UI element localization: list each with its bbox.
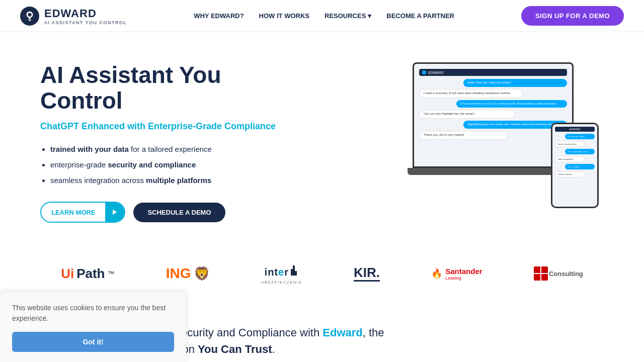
hero-image: EDWARD Hello, how can I help you today? … (413, 62, 604, 198)
hero-bullets: trained with your data for a tailored ex… (40, 144, 302, 186)
cookie-text: This website uses cookies to ensure you … (12, 303, 174, 324)
hero-ctas: LEARN MORE SCHEDULE A DEMO (40, 202, 302, 223)
phone-screen: EDWARD Hi! How can I help? Need a report… (552, 124, 597, 207)
logo-santander: 🔥 Santander Leasing (431, 267, 482, 281)
bullet-1: trained with your data for a tailored ex… (50, 144, 302, 154)
logo-kir: KIR. (354, 266, 380, 282)
hero-content: AI Assistant You Control ChatGPT Enhance… (40, 62, 302, 223)
logo-name: EDWARD (44, 7, 127, 20)
nav-link-partner[interactable]: BECOME A PARTNER (386, 12, 454, 20)
phone-mockup: EDWARD Hi! How can I help? Need a report… (551, 123, 599, 208)
svg-marker-2 (113, 210, 117, 215)
logo[interactable]: EDWARD AI ASSISTANT YOU CONTROL (20, 7, 127, 26)
svg-rect-4 (291, 269, 293, 276)
bullet-3: seamless integration across multiple pla… (50, 175, 302, 186)
inter-building-icon (289, 263, 299, 278)
learn-more-label: LEARN MORE (41, 204, 105, 221)
svg-rect-1 (29, 20, 31, 21)
laptop-mockup: EDWARD Hello, how can I help you today? … (413, 62, 599, 198)
schedule-demo-button[interactable]: SCHEDULE A DEMO (133, 203, 225, 222)
nav-link-why[interactable]: WHY EDWARD? (194, 12, 244, 20)
cookie-banner: This website uses cookies to ensure you … (0, 293, 186, 362)
svg-rect-5 (295, 271, 297, 276)
logo-si: Consulting (534, 266, 583, 281)
play-icon (105, 203, 124, 222)
learn-more-button[interactable]: LEARN MORE (40, 202, 125, 223)
nav-link-how[interactable]: HOW IT WORKS (259, 12, 309, 20)
logo-uipath: UiPath™ (61, 266, 114, 282)
nav-links: WHY EDWARD? HOW IT WORKS RESOURCES ▾ BEC… (194, 12, 454, 20)
laptop-screen-inner: EDWARD Hello, how can I help you today? … (414, 64, 572, 166)
svg-rect-3 (293, 265, 295, 276)
hero-subtitle-highlight: Enterprise-Grade Compliance (148, 121, 276, 131)
logo-sub: AI ASSISTANT YOU CONTROL (44, 20, 127, 25)
hero-section: AI Assistant You Control ChatGPT Enhance… (0, 32, 644, 243)
got-it-button[interactable]: Got it! (12, 332, 174, 352)
svg-rect-0 (28, 19, 31, 20)
hero-subtitle: ChatGPT Enhanced with Enterprise-Grade C… (40, 121, 302, 132)
bullet-2: enterprise-grade security and compliance (50, 159, 302, 170)
logo-text: EDWARD AI ASSISTANT YOU CONTROL (44, 7, 127, 25)
hero-title: AI Assistant You Control (40, 62, 302, 113)
logo-inter: i n t e r UBEZPIECZENIA (261, 263, 302, 284)
nav-link-resources[interactable]: RESOURCES ▾ (325, 12, 371, 20)
logo-icon (20, 7, 39, 26)
laptop-screen: EDWARD Hello, how can I help you today? … (413, 62, 574, 168)
chevron-down-icon: ▾ (368, 12, 371, 20)
navbar: EDWARD AI ASSISTANT YOU CONTROL WHY EDWA… (0, 0, 644, 32)
signup-button[interactable]: SIGN UP FOR A DEMO (521, 6, 624, 26)
logo-ing: ING 🦁 (166, 265, 210, 282)
